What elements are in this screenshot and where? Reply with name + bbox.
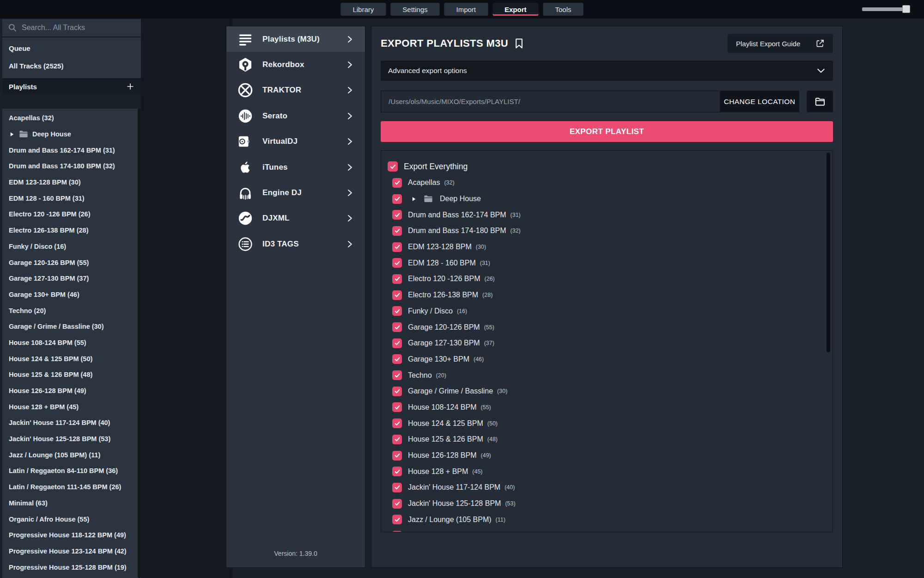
sidebar-playlist-item[interactable]: House 126-128 BPM (49) xyxy=(2,383,141,399)
checklist-row[interactable]: House 108-124 BPM(55) xyxy=(392,400,833,416)
sidebar-item-queue[interactable]: Queue xyxy=(2,39,141,57)
sidebar-playlist-item[interactable]: Progressive House 118-122 BPM (49) xyxy=(2,527,141,543)
format-id3-tags[interactable]: ID3 TAGS xyxy=(226,231,365,257)
checklist-row[interactable]: Jackin' House 117-124 BPM(40) xyxy=(392,480,833,496)
sidebar-playlist-item[interactable]: Funky / Disco (16) xyxy=(2,239,141,255)
format-serato[interactable]: Serato xyxy=(226,103,365,129)
checklist-row[interactable]: Jazz / Lounge (105 BPM)(11) xyxy=(392,511,833,528)
sidebar-playlist-item[interactable]: Garage 120-126 BPM (55) xyxy=(2,254,141,271)
checklist-row[interactable]: Drum and Bass 174-180 BPM(32) xyxy=(392,223,833,239)
playlist-checkbox[interactable] xyxy=(392,483,402,492)
nav-library-button[interactable]: Library xyxy=(340,3,386,16)
playlist-checkbox[interactable] xyxy=(392,418,402,428)
sidebar-playlist-item[interactable]: Minimal (63) xyxy=(2,495,141,511)
checklist-row[interactable]: Garage / Grime / Bassline(30) xyxy=(392,383,833,400)
playlist-checkbox[interactable] xyxy=(392,210,402,220)
checklist-row[interactable]: Garage 130+ BPM(46) xyxy=(392,351,833,368)
playlist-checkbox[interactable] xyxy=(392,226,402,236)
sidebar-playlist-item[interactable]: Soulful House (Chilled) (42) xyxy=(2,575,141,578)
sidebar-playlist-item[interactable]: House 128 + BPM (45) xyxy=(2,399,141,415)
playlist-checkbox[interactable] xyxy=(392,370,402,380)
playlist-checkbox[interactable] xyxy=(392,435,402,444)
checklist-row[interactable]: Garage 127-130 BPM(37) xyxy=(392,335,833,351)
export-everything-row[interactable]: Export Everything xyxy=(388,158,833,175)
format-engine-dj[interactable]: Engine DJ xyxy=(226,180,365,205)
sidebar-item-all-tracks[interactable]: All Tracks (2525) xyxy=(2,57,141,74)
sidebar-playlist-item[interactable]: Garage / Grime / Bassline (30) xyxy=(2,319,141,335)
playlist-export-guide-button[interactable]: Playlist Export Guide xyxy=(728,34,833,53)
playlist-checkbox[interactable] xyxy=(392,242,402,252)
playlist-checkbox[interactable] xyxy=(392,290,402,300)
sidebar-playlist-item[interactable]: House 125 & 126 BPM (48) xyxy=(2,367,141,383)
sidebar-playlist-item[interactable]: Latin / Reggaeton 111-145 BPM (26) xyxy=(2,479,141,495)
checklist-row[interactable]: Jackin' House 125-128 BPM(53) xyxy=(392,496,833,512)
playlist-checkbox[interactable] xyxy=(392,258,402,268)
sidebar-playlist-item[interactable]: Drum and Bass 162-174 BPM (31) xyxy=(2,142,141,158)
checklist-row[interactable]: EDM 123-128 BPM(30) xyxy=(392,239,833,255)
sidebar-playlist-item[interactable]: Electro 120 -126 BPM (26) xyxy=(2,206,141,222)
sidebar-scrollbar[interactable] xyxy=(138,109,141,578)
checklist-row[interactable]: EDM 128 - 160 BPM(31) xyxy=(392,255,833,271)
sidebar-playlist-item[interactable]: House 124 & 125 BPM (50) xyxy=(2,350,141,367)
export-playlist-button[interactable]: EXPORT PLAYLIST xyxy=(381,121,833,142)
playlist-checkbox[interactable] xyxy=(392,194,402,204)
checklist-row[interactable]: Acapellas(32) xyxy=(392,175,833,191)
playlist-checkbox[interactable] xyxy=(392,178,402,188)
sidebar-playlist-folder[interactable]: Deep House xyxy=(2,126,141,142)
checklist-row[interactable]: Techno(20) xyxy=(392,367,833,383)
zoom-slider-thumb[interactable] xyxy=(902,5,910,13)
change-location-button[interactable]: CHANGE LOCATION xyxy=(720,91,799,112)
sidebar-playlist-item[interactable]: Garage 130+ BPM (46) xyxy=(2,287,141,303)
playlist-checkbox[interactable] xyxy=(392,402,402,412)
browse-folder-button[interactable] xyxy=(807,91,833,112)
checklist-row[interactable]: House 124 & 125 BPM(50) xyxy=(392,415,833,431)
playlist-checkbox[interactable] xyxy=(392,274,402,284)
nav-import-button[interactable]: Import xyxy=(444,3,488,16)
playlist-checkbox[interactable] xyxy=(392,451,402,461)
sidebar-playlist-item[interactable]: Techno (20) xyxy=(2,302,141,319)
format-traktor[interactable]: TRAKTOR xyxy=(226,78,365,103)
checklist-row[interactable]: Electro 126-138 BPM(28) xyxy=(392,287,833,303)
format-djxml[interactable]: DJXML xyxy=(226,206,365,231)
sidebar-playlist-item[interactable]: EDM 128 - 160 BPM (31) xyxy=(2,190,141,206)
caret-right-icon[interactable] xyxy=(9,131,15,137)
export-everything-checkbox[interactable] xyxy=(388,161,398,172)
checklist-row[interactable]: House 125 & 126 BPM(48) xyxy=(392,431,833,448)
sidebar-playlist-item[interactable]: Organic / Afro House (55) xyxy=(2,511,141,527)
sidebar-playlist-item[interactable]: Latin / Reggaeton 84-110 BPM (36) xyxy=(2,463,141,479)
zoom-slider[interactable] xyxy=(862,7,905,11)
playlist-checkbox[interactable] xyxy=(392,306,402,316)
format-itunes[interactable]: iTunes xyxy=(226,154,365,180)
playlist-checkbox[interactable] xyxy=(392,322,402,332)
playlist-checkbox[interactable] xyxy=(392,515,402,524)
bookmark-icon[interactable] xyxy=(515,38,523,49)
sidebar-playlist-item[interactable]: Progressive House 125-128 BPM (19) xyxy=(2,559,141,575)
checklist-row[interactable]: Garage 120-126 BPM(55) xyxy=(392,319,833,335)
nav-settings-button[interactable]: Settings xyxy=(390,3,439,16)
checklist-row[interactable]: House 126-128 BPM(49) xyxy=(392,448,833,464)
sidebar-playlist-item[interactable]: Jazz / Lounge (105 BPM) (11) xyxy=(2,447,141,463)
playlist-checkbox[interactable] xyxy=(392,387,402,396)
checklist-row[interactable]: Latin / Reggaeton 84-110 BPM(36) xyxy=(392,528,833,532)
checklist-folder-row[interactable]: Deep House xyxy=(392,191,833,207)
format-playlists-m3u-[interactable]: Playlists (M3U) xyxy=(226,26,365,52)
playlist-checkbox[interactable] xyxy=(392,499,402,509)
checklist-row[interactable]: Funky / Disco(16) xyxy=(392,303,833,320)
sidebar-playlist-item[interactable]: Progressive House 123-124 BPM (42) xyxy=(2,543,141,560)
nav-export-button[interactable]: Export xyxy=(492,3,539,16)
checklist-scrollbar-thumb[interactable] xyxy=(827,153,830,352)
sidebar-playlist-item[interactable]: Jackin' House 117-124 BPM (40) xyxy=(2,415,141,431)
playlist-checkbox[interactable] xyxy=(392,354,402,364)
playlist-checkbox[interactable] xyxy=(392,467,402,476)
add-playlist-button[interactable] xyxy=(126,82,134,91)
playlist-checkbox[interactable] xyxy=(392,531,402,532)
format-virtualdj[interactable]: VirtualDJ xyxy=(226,129,365,154)
sidebar-playlist-item[interactable]: EDM 123-128 BPM (30) xyxy=(2,174,141,191)
sidebar-playlist-item[interactable]: Drum and Bass 174-180 BPM (32) xyxy=(2,158,141,174)
checklist-row[interactable]: Electro 120 -126 BPM(26) xyxy=(392,271,833,287)
playlist-checkbox[interactable] xyxy=(392,338,402,348)
sidebar-playlist-item[interactable]: Garage 127-130 BPM (37) xyxy=(2,271,141,287)
sidebar-playlist-item[interactable]: Acapellas (32) xyxy=(2,110,141,126)
format-rekordbox[interactable]: Rekordbox xyxy=(226,52,365,77)
nav-tools-button[interactable]: Tools xyxy=(543,3,584,16)
